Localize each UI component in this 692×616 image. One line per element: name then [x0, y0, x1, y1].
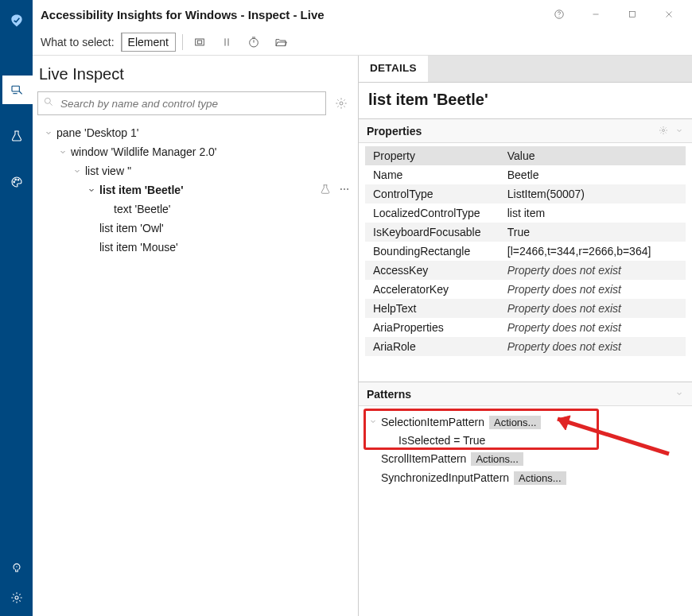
svg-point-2 [14, 179, 16, 180]
pattern-actions-button[interactable]: Actions... [471, 452, 523, 466]
select-label: What to select: [41, 36, 115, 48]
tree-node[interactable]: pane 'Desktop 1' [36, 123, 355, 142]
pattern-row[interactable]: SynchronizedInputPattern Actions... [365, 468, 686, 487]
nav-feedback[interactable] [10, 562, 23, 577]
col-property: Property [365, 146, 500, 165]
expand-icon [44, 128, 53, 138]
nav-color[interactable] [0, 168, 33, 196]
search-input[interactable] [37, 91, 326, 115]
property-row: HelpTextProperty does not exist [365, 299, 686, 318]
title-bar: Accessibility Insights for Windows - Ins… [33, 0, 692, 29]
tree-node[interactable]: list item 'Mouse' [36, 238, 355, 257]
pattern-property: IsSelected = True [365, 432, 686, 449]
svg-point-17 [45, 98, 50, 103]
pattern-actions-button[interactable]: Actions... [489, 416, 541, 429]
properties-settings-button[interactable] [659, 125, 668, 138]
beaker-icon[interactable] [320, 184, 331, 197]
expand-icon [58, 147, 68, 157]
col-value: Value [500, 146, 659, 165]
highlight-toggle-button[interactable] [189, 32, 210, 52]
toolbar-separator [182, 34, 183, 50]
select-scope-combo[interactable]: Element [121, 33, 176, 52]
help-button[interactable] [541, 3, 577, 25]
nav-test[interactable] [0, 122, 33, 150]
property-row: AriaPropertiesProperty does not exist [365, 318, 686, 337]
pattern-row[interactable]: ScrollItemPattern Actions... [365, 449, 686, 468]
chevron-down-icon[interactable] [675, 125, 684, 138]
nav-settings[interactable] [10, 591, 23, 606]
tree-node[interactable]: window 'Wildlife Manager 2.0' [36, 142, 355, 161]
svg-point-19 [340, 102, 343, 105]
svg-point-21 [344, 188, 345, 190]
expand-icon [72, 166, 82, 176]
open-file-button[interactable] [270, 32, 291, 52]
property-row: ControlTypeListItem(50007) [365, 184, 686, 203]
svg-point-23 [663, 129, 665, 131]
svg-line-18 [50, 103, 52, 106]
tree-node[interactable]: list item 'Owl' [36, 219, 355, 238]
property-row: AccessKeyProperty does not exist [365, 261, 686, 280]
details-panel: DETAILS list item 'Beetle' Properties [359, 56, 692, 616]
svg-point-22 [347, 188, 348, 190]
details-tabstrip: DETAILS [359, 56, 692, 83]
property-row: AriaRoleProperty does not exist [365, 337, 686, 356]
more-icon[interactable] [339, 184, 350, 197]
tree-heading: Live Inspect [36, 62, 355, 91]
property-row: NameBeetle [365, 165, 686, 184]
toolbar: What to select: Element [33, 29, 692, 56]
svg-point-3 [17, 179, 19, 180]
pause-button[interactable] [216, 32, 237, 52]
pattern-row[interactable]: SelectionItemPattern Actions... [365, 413, 686, 432]
nav-inspect[interactable] [0, 76, 33, 104]
minimize-button[interactable] [577, 3, 614, 25]
svg-point-7 [559, 16, 560, 17]
property-row: BoundingRectangle[l=2466,t=344,r=2666,b=… [365, 242, 686, 261]
left-nav [0, 0, 33, 616]
search-icon [43, 96, 54, 110]
element-tree[interactable]: pane 'Desktop 1' window 'Wildlife Manage… [36, 123, 355, 616]
tree-node[interactable]: list view '' [36, 161, 355, 180]
svg-point-20 [340, 188, 342, 190]
timer-button[interactable] [243, 32, 264, 52]
maximize-button[interactable] [614, 3, 651, 25]
property-row: LocalizedControlTypelist item [365, 203, 686, 223]
svg-point-5 [15, 596, 18, 599]
svg-rect-12 [196, 39, 204, 45]
svg-point-1 [13, 181, 14, 183]
expand-icon [87, 185, 96, 195]
properties-table: Property Value NameBeetleControlTypeList… [365, 146, 686, 356]
tree-node-selected[interactable]: list item 'Beetle' [36, 180, 355, 200]
tree-node[interactable]: text 'Beetle' [36, 200, 355, 219]
properties-title: Properties [367, 125, 659, 138]
window-title: Accessibility Insights for Windows - Ins… [41, 8, 541, 21]
pattern-actions-button[interactable]: Actions... [514, 471, 566, 485]
chevron-down-icon[interactable] [675, 388, 684, 401]
details-heading: list item 'Beetle' [359, 83, 692, 118]
close-button[interactable] [651, 3, 687, 25]
svg-point-4 [16, 566, 17, 567]
svg-rect-0 [12, 86, 19, 91]
svg-rect-9 [630, 12, 636, 17]
property-row: IsKeyboardFocusableTrue [365, 223, 686, 242]
tree-settings-button[interactable] [332, 97, 350, 110]
app-logo [9, 13, 25, 31]
property-row: AcceleratorKeyProperty does not exist [365, 280, 686, 299]
select-scope-value: Element [122, 36, 175, 48]
patterns-title: Patterns [367, 388, 675, 401]
tree-panel: Live Inspect pane 'Desktop 1' window 'Wi… [33, 56, 359, 616]
svg-rect-13 [197, 41, 201, 44]
expand-icon [368, 416, 378, 428]
tab-details[interactable]: DETAILS [359, 56, 428, 82]
